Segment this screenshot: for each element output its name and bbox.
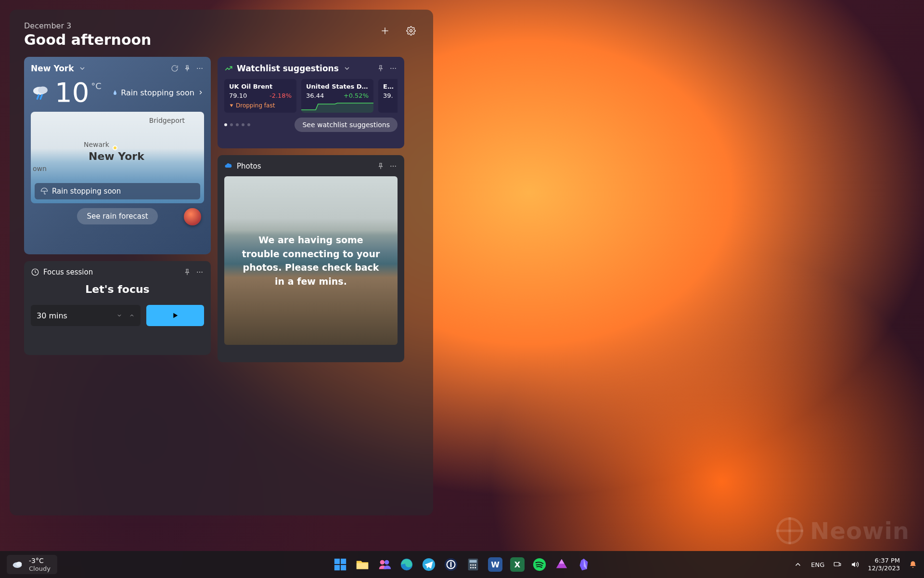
1password-app[interactable] [442, 556, 460, 573]
taskbar-date: 12/3/2023 [868, 565, 900, 572]
watermark-text: Neowin [810, 517, 910, 544]
edge-app[interactable] [398, 556, 415, 573]
spotify-app[interactable] [531, 556, 548, 573]
focus-duration-select[interactable]: 30 mins [31, 305, 141, 326]
start-button[interactable] [332, 556, 349, 573]
stock-name: UK Oil Brent [229, 83, 292, 90]
refresh-icon[interactable] [170, 64, 179, 73]
pin-icon[interactable] [183, 64, 192, 73]
play-icon [171, 311, 180, 320]
more-icon[interactable] [195, 268, 204, 276]
weather-status-link[interactable]: Rain stopping soon [112, 88, 204, 97]
language-indicator[interactable]: ENG [811, 561, 824, 568]
taskbar-weather-button[interactable]: -3°C Cloudy [7, 555, 57, 574]
chevron-down-icon[interactable] [78, 64, 87, 73]
stock-change: +0.52% [344, 92, 369, 99]
svg-marker-20 [301, 103, 373, 113]
volume-icon[interactable] [850, 560, 859, 569]
pin-icon[interactable] [376, 162, 385, 171]
umbrella-icon [40, 187, 48, 195]
widgets-grid: New York 10 °C Rain stopping soon [24, 57, 422, 362]
panel-header-text: December 3 Good afternoon [24, 21, 151, 48]
affinity-app[interactable] [553, 556, 570, 573]
watchlist-page-dots[interactable] [224, 123, 250, 126]
svg-marker-14 [173, 313, 178, 318]
taskbar-center-apps: W X [332, 556, 592, 573]
weather-temp-value: 10 [55, 79, 89, 106]
stock-price: 36.44 [306, 92, 324, 99]
photos-error-message: We are having some trouble connecting to… [239, 233, 383, 288]
svg-point-32 [380, 560, 385, 565]
more-icon[interactable] [389, 162, 398, 171]
add-widget-button[interactable] [379, 25, 391, 37]
stocks-up-icon [224, 64, 233, 73]
notifications-icon[interactable] [909, 560, 917, 569]
focus-start-button[interactable] [146, 305, 204, 326]
svg-point-17 [393, 68, 394, 69]
people-icon [377, 557, 392, 572]
rain-cloud-icon [31, 83, 50, 102]
weather-map-banner: Rain stopping soon [35, 183, 200, 199]
watchlist-stocks[interactable]: UK Oil Brent 79.10 -2.18% Dropping fast … [224, 79, 398, 113]
photos-widget[interactable]: Photos We are having some trouble connec… [218, 155, 404, 362]
focus-header: Focus session [31, 268, 204, 276]
weather-3d-map-button[interactable] [184, 208, 201, 225]
photos-content: We are having some trouble connecting to… [224, 176, 398, 345]
pin-icon[interactable] [376, 64, 385, 73]
windows-logo-icon [333, 557, 347, 572]
tray-overflow-button[interactable] [794, 560, 802, 569]
stock-card[interactable]: United States D… 36.44 +0.52% [301, 79, 373, 113]
more-icon[interactable] [195, 64, 204, 73]
taskbar-time: 6:37 PM [868, 557, 900, 565]
weather-unit: °C [91, 82, 102, 91]
svg-point-45 [473, 567, 474, 568]
affinity-icon [554, 557, 569, 572]
svg-point-18 [395, 68, 396, 69]
file-explorer-app[interactable] [354, 556, 371, 573]
widgets-settings-button[interactable] [405, 25, 417, 37]
taskbar-clock[interactable]: 6:37 PM 12/3/2023 [868, 557, 900, 573]
weather-location[interactable]: New York [31, 64, 74, 73]
chevron-down-icon[interactable] [343, 64, 351, 73]
raindrop-icon [112, 90, 118, 95]
focus-widget[interactable]: Focus session Let's focus 30 mins [24, 261, 211, 355]
weather-widget[interactable]: New York 10 °C Rain stopping soon [24, 57, 211, 254]
cloud-icon [11, 558, 24, 571]
stock-card[interactable]: UK Oil Brent 79.10 -2.18% Dropping fast [224, 79, 296, 113]
word-app[interactable]: W [487, 556, 504, 573]
network-icon[interactable] [833, 560, 842, 569]
obsidian-app[interactable] [575, 556, 592, 573]
see-rain-forecast-button[interactable]: See rain forecast [77, 208, 157, 224]
map-label-bridgeport: Bridgeport [149, 117, 185, 124]
weather-map[interactable]: Bridgeport Newark New York own Rain stop… [31, 112, 204, 203]
svg-point-41 [470, 564, 472, 565]
folder-icon [355, 557, 370, 572]
telegram-app[interactable] [420, 556, 437, 573]
stock-card[interactable]: Eu… 39. [378, 79, 398, 113]
svg-point-2 [410, 30, 412, 32]
svg-point-33 [385, 560, 389, 565]
pin-icon[interactable] [183, 268, 192, 276]
calculator-app[interactable] [464, 556, 482, 573]
chevron-down-icon[interactable] [116, 313, 122, 318]
watchlist-widget[interactable]: Watchlist suggestions UK Oil Brent 79.10… [218, 57, 404, 148]
svg-point-43 [475, 564, 476, 565]
more-icon[interactable] [389, 64, 398, 73]
taskbar-weather-cond: Cloudy [29, 565, 51, 573]
widgets-col-left: New York 10 °C Rain stopping soon [24, 57, 211, 355]
chevron-up-icon[interactable] [129, 313, 135, 318]
excel-app[interactable]: X [509, 556, 526, 573]
svg-point-46 [475, 567, 476, 568]
see-watchlist-button[interactable]: See watchlist suggestions [295, 118, 398, 132]
focus-headline-row: Let's focus [31, 283, 204, 295]
stock-tag: Dropping fast [229, 102, 292, 109]
teams-app[interactable] [376, 556, 393, 573]
watermark: Neowin [776, 517, 910, 544]
telegram-icon [422, 557, 436, 572]
svg-rect-31 [357, 563, 368, 569]
panel-header: December 3 Good afternoon [24, 21, 422, 48]
svg-point-6 [202, 68, 203, 69]
chevron-right-icon [197, 89, 204, 96]
widgets-col-right: Watchlist suggestions UK Oil Brent 79.10… [218, 57, 404, 362]
svg-point-44 [470, 567, 472, 568]
